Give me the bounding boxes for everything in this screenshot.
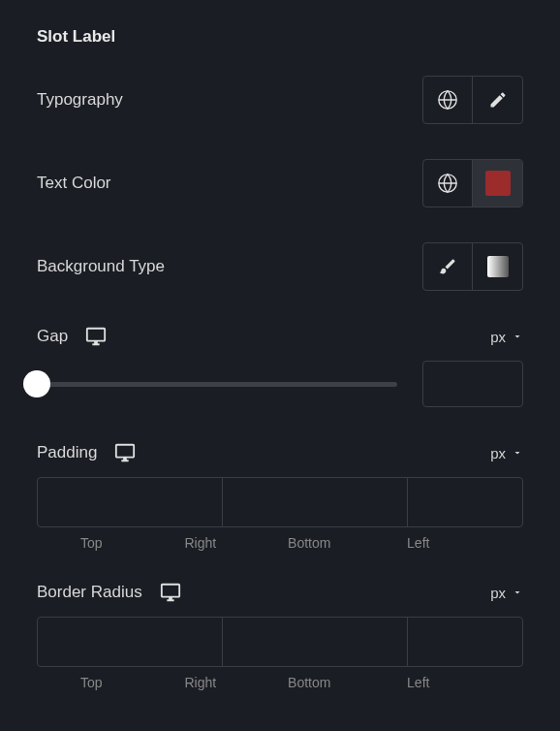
border-radius-labels: Top Right Bottom Left bbox=[37, 675, 523, 690]
padding-left-label: Left bbox=[364, 535, 474, 551]
padding-bottom-input[interactable] bbox=[408, 478, 560, 526]
border-radius-bottom-label: Bottom bbox=[255, 675, 364, 690]
background-type-label: Background Type bbox=[37, 257, 165, 276]
typography-row: Typography bbox=[37, 76, 523, 124]
gap-unit-label: px bbox=[490, 329, 506, 345]
border-radius-unit-label: px bbox=[490, 585, 506, 601]
globe-icon bbox=[437, 89, 458, 111]
border-radius-right-input[interactable] bbox=[223, 618, 408, 666]
border-radius-label: Border Radius bbox=[37, 583, 142, 602]
border-radius-right-label: Right bbox=[146, 675, 256, 690]
globe-icon bbox=[437, 173, 458, 194]
padding-right-input[interactable] bbox=[223, 478, 408, 526]
text-color-row: Text Color bbox=[37, 159, 523, 207]
typography-edit-button[interactable] bbox=[473, 77, 522, 123]
border-radius-bottom-input[interactable] bbox=[408, 618, 560, 666]
background-type-row: Background Type bbox=[37, 242, 523, 291]
background-classic-button[interactable] bbox=[423, 243, 473, 290]
gap-row: Gap px bbox=[37, 326, 523, 347]
background-gradient-button[interactable] bbox=[473, 243, 522, 290]
section-title: Slot Label bbox=[37, 27, 523, 47]
chevron-down-icon bbox=[512, 587, 523, 598]
chevron-down-icon bbox=[512, 447, 523, 459]
responsive-icon[interactable] bbox=[160, 582, 181, 603]
padding-top-input[interactable] bbox=[38, 478, 223, 526]
padding-inputs bbox=[37, 477, 523, 527]
border-radius-top-label: Top bbox=[37, 675, 146, 690]
gap-value-input[interactable] bbox=[422, 361, 523, 407]
text-color-picker-button[interactable] bbox=[473, 160, 522, 207]
responsive-icon[interactable] bbox=[114, 442, 136, 463]
padding-row: Padding px bbox=[37, 442, 523, 463]
padding-unit-label: px bbox=[490, 445, 506, 461]
responsive-icon[interactable] bbox=[85, 326, 107, 347]
text-color-buttons bbox=[422, 159, 523, 207]
gap-slider-container bbox=[37, 361, 523, 407]
text-color-label: Text Color bbox=[37, 174, 111, 193]
padding-labels: Top Right Bottom Left bbox=[37, 535, 523, 551]
text-color-global-button[interactable] bbox=[423, 160, 473, 207]
pencil-icon bbox=[488, 90, 508, 110]
gap-unit-select[interactable]: px bbox=[490, 329, 523, 345]
color-swatch bbox=[485, 171, 511, 196]
gap-label: Gap bbox=[37, 327, 68, 346]
padding-unit-select[interactable]: px bbox=[490, 445, 523, 461]
border-radius-top-input[interactable] bbox=[38, 618, 223, 666]
gap-slider-thumb[interactable] bbox=[23, 370, 50, 397]
border-radius-inputs bbox=[37, 617, 523, 667]
gap-slider[interactable] bbox=[37, 382, 397, 387]
padding-top-label: Top bbox=[37, 535, 146, 551]
chevron-down-icon bbox=[512, 331, 523, 342]
brush-icon bbox=[438, 257, 457, 276]
padding-label: Padding bbox=[37, 443, 97, 462]
background-type-buttons bbox=[422, 242, 523, 291]
gradient-icon bbox=[487, 256, 509, 277]
border-radius-unit-select[interactable]: px bbox=[490, 585, 523, 601]
typography-global-button[interactable] bbox=[423, 77, 473, 123]
typography-buttons bbox=[422, 76, 523, 124]
border-radius-row: Border Radius px bbox=[37, 582, 523, 603]
padding-bottom-label: Bottom bbox=[255, 535, 364, 551]
border-radius-left-label: Left bbox=[364, 675, 474, 690]
typography-label: Typography bbox=[37, 90, 123, 110]
padding-right-label: Right bbox=[146, 535, 256, 551]
